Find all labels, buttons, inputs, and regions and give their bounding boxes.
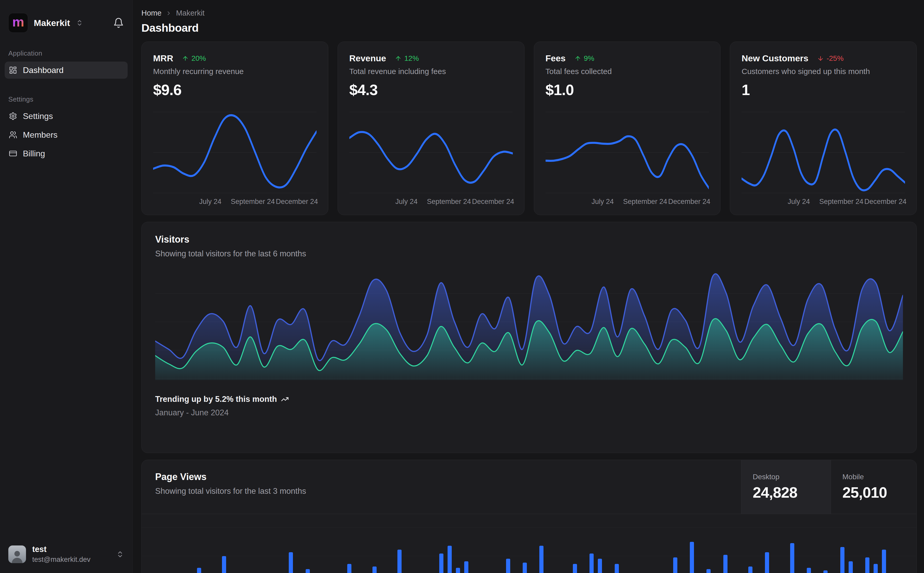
x-tick: September 24 xyxy=(231,198,275,206)
trend-value: 12% xyxy=(404,54,419,63)
stat-card-new-customers: New Customers -25% Customers who signed … xyxy=(730,42,917,215)
pageviews-toggle-mobile[interactable]: Mobile 25,010 xyxy=(831,460,916,514)
sidebar-item-billing[interactable]: Billing xyxy=(5,145,128,162)
breadcrumb: Home Makerkit xyxy=(141,9,917,17)
x-tick: September 24 xyxy=(623,198,667,206)
visitors-title: Visitors xyxy=(155,234,903,245)
sparkline-wrap xyxy=(153,105,317,196)
breadcrumb-makerkit[interactable]: Makerkit xyxy=(176,9,204,17)
sidebar: m Makerkit Application Dashboard Setting… xyxy=(0,0,133,573)
makerkit-logo: m xyxy=(8,13,28,33)
sidebar-item-dashboard[interactable]: Dashboard xyxy=(5,61,128,79)
bar xyxy=(506,559,510,573)
bar xyxy=(723,555,728,573)
workspace-name: Makerkit xyxy=(34,18,70,28)
bar xyxy=(222,556,226,573)
nav-section-application: Application Dashboard xyxy=(5,49,128,80)
sidebar-header: m Makerkit xyxy=(5,13,128,33)
toggle-value: 25,010 xyxy=(842,484,905,501)
stat-value: $9.6 xyxy=(153,81,317,99)
makerkit-logo-letter: m xyxy=(12,15,24,28)
user-name: test xyxy=(32,545,110,554)
bar xyxy=(289,552,293,573)
bar xyxy=(590,554,594,573)
stat-subtitle: Monthly recurring revenue xyxy=(153,67,317,76)
sidebar-item-label: Billing xyxy=(23,149,45,158)
bar xyxy=(748,567,753,573)
bar xyxy=(456,568,460,573)
bar xyxy=(539,546,543,573)
trending-up-icon xyxy=(281,395,289,403)
chevrons-up-down-icon xyxy=(116,550,124,558)
sidebar-item-members[interactable]: Members xyxy=(5,126,128,143)
trend-badge: 20% xyxy=(182,54,206,63)
stat-value: $4.3 xyxy=(349,81,513,99)
stat-cards-row: MRR 20% Monthly recurring revenue $9.6 J… xyxy=(141,42,917,215)
stat-card-mrr: MRR 20% Monthly recurring revenue $9.6 J… xyxy=(141,42,328,215)
mrr-sparkline-chart xyxy=(153,105,317,196)
visitors-card: Visitors Showing total visitors for the … xyxy=(141,222,917,453)
user-menu[interactable]: test test@makerkit.dev xyxy=(5,542,128,565)
toggle-label: Mobile xyxy=(842,473,905,481)
x-tick: July 24 xyxy=(199,198,221,206)
bell-icon xyxy=(113,17,124,28)
page-views-header: Page Views Showing total visitors for th… xyxy=(142,460,916,514)
notifications-bell-button[interactable] xyxy=(111,16,126,30)
revenue-sparkline-chart xyxy=(349,105,513,196)
stat-card-fees: Fees 9% Total fees collected $1.0 July 2… xyxy=(534,42,721,215)
page-title: Dashboard xyxy=(141,22,917,34)
x-tick: December 24 xyxy=(276,198,318,206)
stat-value: $1.0 xyxy=(546,81,709,99)
nav-section-settings: Settings Settings Members Billing xyxy=(5,96,128,164)
chevron-right-icon xyxy=(166,10,172,16)
bar xyxy=(523,563,527,573)
bar xyxy=(874,564,878,573)
section-label-application: Application xyxy=(5,49,128,57)
sidebar-item-settings[interactable]: Settings xyxy=(5,108,128,125)
users-icon xyxy=(9,131,17,139)
sidebar-nav: Application Dashboard Settings Settings xyxy=(5,49,128,542)
breadcrumb-home[interactable]: Home xyxy=(141,9,162,17)
sparkline-wrap xyxy=(546,105,709,196)
sparkline-x-axis: July 24 September 24 December 24 xyxy=(349,198,513,207)
fees-sparkline-chart xyxy=(546,105,709,196)
toggle-value: 24,828 xyxy=(753,484,819,501)
toggle-label: Desktop xyxy=(753,473,819,481)
trend-badge: -25% xyxy=(817,54,843,63)
bar xyxy=(439,554,443,573)
user-email: test@makerkit.dev xyxy=(32,556,110,564)
bar xyxy=(598,559,602,573)
chevrons-up-down-icon xyxy=(76,19,83,27)
bar xyxy=(673,557,677,573)
arrow-up-icon xyxy=(395,55,402,62)
sparkline-x-axis: July 24 September 24 December 24 xyxy=(153,198,317,207)
section-label-settings: Settings xyxy=(5,96,128,103)
visitors-footer: Trending up by 5.2% this month January -… xyxy=(155,395,903,417)
trend-value: 9% xyxy=(584,54,594,63)
arrow-up-icon xyxy=(182,55,189,62)
stat-subtitle: Customers who signed up this month xyxy=(742,67,905,76)
arrow-down-icon xyxy=(817,55,824,62)
bar xyxy=(824,570,828,573)
bar xyxy=(306,569,310,573)
x-tick: December 24 xyxy=(864,198,907,206)
main-content: Home Makerkit Dashboard MRR 20% Monthly … xyxy=(133,0,924,573)
bar xyxy=(807,568,811,573)
bar xyxy=(690,542,694,573)
bar xyxy=(615,564,619,573)
sidebar-item-label: Settings xyxy=(23,111,53,121)
bar xyxy=(790,543,794,573)
bar xyxy=(765,552,769,573)
bar xyxy=(840,547,844,573)
arrow-up-icon xyxy=(574,55,581,62)
pageviews-toggle-desktop[interactable]: Desktop 24,828 xyxy=(741,460,831,514)
user-meta: test test@makerkit.dev xyxy=(32,545,110,564)
visitors-trend-text: Trending up by 5.2% this month xyxy=(155,395,277,404)
x-tick: July 24 xyxy=(395,198,418,206)
layout-dashboard-icon xyxy=(9,66,17,74)
trend-value: -25% xyxy=(827,54,843,63)
workspace-selector[interactable]: m Makerkit xyxy=(8,13,83,33)
visitors-subtitle: Showing total visitors for the last 6 mo… xyxy=(155,249,903,258)
credit-card-icon xyxy=(9,149,17,158)
bar xyxy=(397,550,402,573)
